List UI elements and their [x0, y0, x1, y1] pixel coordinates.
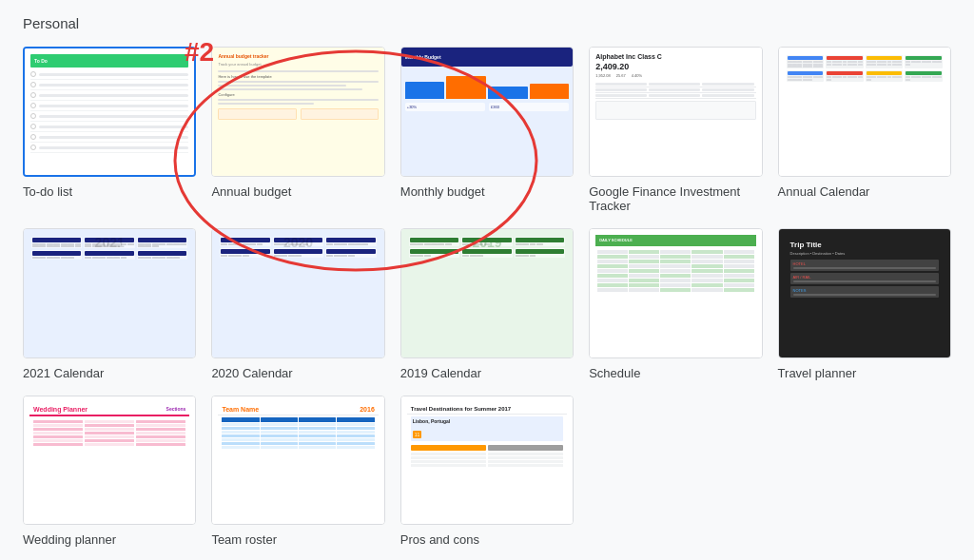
team-cell [222, 442, 259, 445]
wedding-cell [33, 443, 83, 446]
todo-line [39, 73, 188, 76]
thumbnail-team-roster[interactable]: Team Name 2016 [211, 396, 384, 526]
cal-year-day [221, 255, 227, 257]
todo-header-text: To Do [34, 58, 48, 64]
cal-year-day [257, 243, 263, 245]
template-item-travel-planner[interactable]: Trip Title Description • Destination • D… [778, 228, 951, 380]
thumbnail-pros-and-cons[interactable]: Travel Destinations for Summer 2017 Lisb… [400, 396, 574, 526]
cal-day [808, 66, 812, 68]
cal-year-day [39, 245, 46, 247]
cal-year-day [530, 243, 536, 245]
schedule-cell [660, 274, 691, 278]
thumbnail-schedule[interactable]: DAILY SCHEDULE [589, 228, 762, 358]
gf-cell [595, 83, 647, 86]
schedule-row [597, 269, 753, 273]
cal-year-month [409, 237, 459, 246]
cal-month [826, 55, 864, 68]
travel-section-label: AIR / RAIL [793, 275, 936, 280]
team-cell [299, 442, 336, 445]
team-cell [337, 434, 374, 437]
template-label-pros-and-cons: Pros and cons [400, 532, 574, 547]
template-item-team-roster[interactable]: Team Name 2016 [211, 396, 384, 548]
template-item-schedule[interactable]: DAILY SCHEDULE [589, 228, 762, 380]
cal-year-body [138, 257, 186, 259]
schedule-cell [724, 274, 754, 278]
cal-year-body [221, 243, 269, 245]
template-item-google-finance[interactable]: Alphabet Inc Class C 2,409.20 1,952.08 2… [589, 47, 762, 213]
template-item-wedding-planner[interactable]: Wedding Planner Sections [23, 396, 196, 548]
schedule-cell [660, 255, 691, 259]
todo-line [39, 94, 188, 97]
schedule-row [597, 260, 753, 263]
cal-year-day [348, 255, 355, 257]
thumbnail-monthly-budget[interactable]: Monthly Budget +30% £360 [400, 47, 574, 177]
todo-row [30, 71, 188, 80]
thumbnail-wedding-planner[interactable]: Wedding Planner Sections [23, 396, 196, 526]
team-row [222, 442, 374, 445]
thumbnail-travel-planner[interactable]: Trip Title Description • Destination • D… [778, 228, 951, 358]
template-label-wedding-planner: Wedding planner [23, 532, 196, 547]
templates-grid-wrapper: #2 To Do [23, 47, 951, 547]
template-item-annual-calendar[interactable]: Annual Calendar [778, 47, 951, 213]
team-cell [299, 427, 336, 430]
budget-footer [218, 108, 378, 120]
cal-day [847, 76, 852, 78]
cal-year-day [288, 255, 295, 257]
cal-day [813, 66, 818, 68]
thumbnail-todo-list[interactable]: To Do [23, 47, 196, 177]
team-cell [261, 427, 298, 430]
cal-day [906, 61, 910, 63]
cal-day [852, 64, 857, 66]
thumbnail-cal-2020[interactable]: 2020 [211, 228, 384, 358]
team-cell [222, 431, 259, 434]
monthly-stat: +30% [405, 103, 485, 111]
cal-year-body [326, 243, 375, 245]
cal-day [797, 61, 802, 63]
year-label-2020: 2020 [283, 235, 313, 250]
template-item-pros-and-cons[interactable]: Travel Destinations for Summer 2017 Lisb… [400, 396, 574, 548]
cal-year-day [326, 255, 333, 257]
thumbnail-cal-2019[interactable]: 2019 [400, 228, 574, 358]
gf-stat: 1,952.08 [595, 73, 611, 78]
cal-year-header [138, 238, 186, 242]
schedule-cell [692, 288, 722, 292]
cal-year-month [515, 248, 565, 258]
cal-year-header [326, 238, 375, 242]
schedule-row [597, 288, 753, 292]
proscons-row [411, 460, 486, 463]
cal-year-header [326, 249, 375, 254]
cal-year-header [516, 238, 564, 242]
cal-year-day [243, 255, 249, 257]
todo-check [30, 145, 36, 150]
template-item-cal-2020[interactable]: 2020 2020 Calendar [211, 228, 384, 380]
schedule-row [597, 255, 753, 259]
section-title: Personal [23, 15, 951, 31]
cal-year-header [410, 238, 458, 242]
cal-day [937, 61, 942, 63]
thumbnail-google-finance[interactable]: Alphabet Inc Class C 2,409.20 1,952.08 2… [589, 47, 762, 177]
schedule-cell [597, 269, 628, 273]
cal-day [827, 61, 831, 63]
template-item-todo-list[interactable]: To Do To-do list [23, 47, 196, 213]
template-item-monthly-budget[interactable]: Monthly Budget +30% £360 [400, 47, 574, 213]
cal-day [837, 76, 842, 78]
cal-month-header [906, 56, 942, 60]
template-item-cal-2021[interactable]: 2021 2021 Calendar [23, 228, 196, 380]
schedule-cell [660, 264, 691, 268]
cal-year-day [152, 245, 159, 247]
thumbnail-annual-budget[interactable]: Annual budget tracker Track your annual … [211, 47, 384, 177]
wedding-row [33, 424, 185, 427]
cal-year-day [355, 243, 361, 245]
schedule-row [597, 279, 753, 282]
team-col-header [337, 417, 374, 422]
travel-section-label: HOTEL [793, 261, 936, 266]
proscons-row [411, 456, 486, 459]
thumbnail-cal-2021[interactable]: 2021 [23, 228, 196, 358]
budget-line [218, 103, 314, 105]
template-item-annual-budget[interactable]: Annual budget tracker Track your annual … [211, 47, 384, 213]
template-item-cal-2019[interactable]: 2019 2019 Calendar [400, 228, 574, 380]
thumbnail-annual-calendar[interactable] [778, 47, 951, 177]
team-cell [337, 446, 374, 449]
schedule-cell [660, 260, 691, 263]
cal-year-day [249, 243, 256, 245]
